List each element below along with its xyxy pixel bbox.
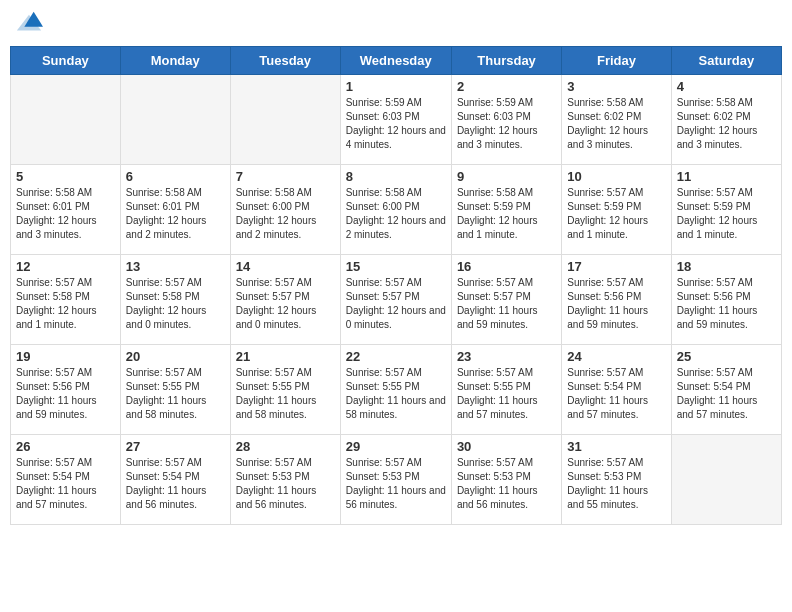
- day-info: Sunrise: 5:57 AM Sunset: 5:58 PM Dayligh…: [16, 276, 115, 332]
- week-row-5: 26Sunrise: 5:57 AM Sunset: 5:54 PM Dayli…: [11, 435, 782, 525]
- day-info: Sunrise: 5:57 AM Sunset: 5:55 PM Dayligh…: [346, 366, 446, 422]
- day-info: Sunrise: 5:57 AM Sunset: 5:59 PM Dayligh…: [677, 186, 776, 242]
- day-info: Sunrise: 5:58 AM Sunset: 6:02 PM Dayligh…: [677, 96, 776, 152]
- calendar-cell: 1Sunrise: 5:59 AM Sunset: 6:03 PM Daylig…: [340, 75, 451, 165]
- day-number: 25: [677, 349, 776, 364]
- day-info: Sunrise: 5:57 AM Sunset: 5:53 PM Dayligh…: [457, 456, 556, 512]
- logo-icon: [15, 10, 43, 38]
- day-info: Sunrise: 5:57 AM Sunset: 5:53 PM Dayligh…: [346, 456, 446, 512]
- week-row-3: 12Sunrise: 5:57 AM Sunset: 5:58 PM Dayli…: [11, 255, 782, 345]
- day-info: Sunrise: 5:58 AM Sunset: 5:59 PM Dayligh…: [457, 186, 556, 242]
- day-number: 22: [346, 349, 446, 364]
- day-number: 24: [567, 349, 665, 364]
- day-info: Sunrise: 5:57 AM Sunset: 5:57 PM Dayligh…: [457, 276, 556, 332]
- day-number: 12: [16, 259, 115, 274]
- day-info: Sunrise: 5:57 AM Sunset: 5:57 PM Dayligh…: [236, 276, 335, 332]
- calendar-cell: 24Sunrise: 5:57 AM Sunset: 5:54 PM Dayli…: [562, 345, 671, 435]
- calendar-cell: [120, 75, 230, 165]
- calendar-cell: 28Sunrise: 5:57 AM Sunset: 5:53 PM Dayli…: [230, 435, 340, 525]
- day-info: Sunrise: 5:58 AM Sunset: 6:01 PM Dayligh…: [16, 186, 115, 242]
- calendar-cell: 5Sunrise: 5:58 AM Sunset: 6:01 PM Daylig…: [11, 165, 121, 255]
- week-row-1: 1Sunrise: 5:59 AM Sunset: 6:03 PM Daylig…: [11, 75, 782, 165]
- calendar-cell: 26Sunrise: 5:57 AM Sunset: 5:54 PM Dayli…: [11, 435, 121, 525]
- day-info: Sunrise: 5:57 AM Sunset: 5:55 PM Dayligh…: [126, 366, 225, 422]
- day-number: 10: [567, 169, 665, 184]
- day-info: Sunrise: 5:57 AM Sunset: 5:56 PM Dayligh…: [677, 276, 776, 332]
- day-number: 8: [346, 169, 446, 184]
- calendar-cell: 27Sunrise: 5:57 AM Sunset: 5:54 PM Dayli…: [120, 435, 230, 525]
- calendar-cell: 23Sunrise: 5:57 AM Sunset: 5:55 PM Dayli…: [451, 345, 561, 435]
- day-info: Sunrise: 5:57 AM Sunset: 5:53 PM Dayligh…: [567, 456, 665, 512]
- day-number: 6: [126, 169, 225, 184]
- day-info: Sunrise: 5:58 AM Sunset: 6:00 PM Dayligh…: [236, 186, 335, 242]
- day-info: Sunrise: 5:57 AM Sunset: 5:59 PM Dayligh…: [567, 186, 665, 242]
- calendar-cell: 21Sunrise: 5:57 AM Sunset: 5:55 PM Dayli…: [230, 345, 340, 435]
- calendar-cell: 11Sunrise: 5:57 AM Sunset: 5:59 PM Dayli…: [671, 165, 781, 255]
- day-info: Sunrise: 5:57 AM Sunset: 5:56 PM Dayligh…: [16, 366, 115, 422]
- day-number: 18: [677, 259, 776, 274]
- day-number: 26: [16, 439, 115, 454]
- calendar-cell: 10Sunrise: 5:57 AM Sunset: 5:59 PM Dayli…: [562, 165, 671, 255]
- day-number: 1: [346, 79, 446, 94]
- calendar-cell: 6Sunrise: 5:58 AM Sunset: 6:01 PM Daylig…: [120, 165, 230, 255]
- day-number: 11: [677, 169, 776, 184]
- day-info: Sunrise: 5:57 AM Sunset: 5:54 PM Dayligh…: [677, 366, 776, 422]
- day-info: Sunrise: 5:58 AM Sunset: 6:01 PM Dayligh…: [126, 186, 225, 242]
- calendar-cell: 4Sunrise: 5:58 AM Sunset: 6:02 PM Daylig…: [671, 75, 781, 165]
- day-number: 30: [457, 439, 556, 454]
- calendar-table: SundayMondayTuesdayWednesdayThursdayFrid…: [10, 46, 782, 525]
- calendar-cell: 19Sunrise: 5:57 AM Sunset: 5:56 PM Dayli…: [11, 345, 121, 435]
- calendar-header-row: SundayMondayTuesdayWednesdayThursdayFrid…: [11, 47, 782, 75]
- calendar-cell: 7Sunrise: 5:58 AM Sunset: 6:00 PM Daylig…: [230, 165, 340, 255]
- day-info: Sunrise: 5:57 AM Sunset: 5:55 PM Dayligh…: [236, 366, 335, 422]
- day-number: 16: [457, 259, 556, 274]
- day-number: 29: [346, 439, 446, 454]
- calendar-cell: 14Sunrise: 5:57 AM Sunset: 5:57 PM Dayli…: [230, 255, 340, 345]
- page-header: [10, 10, 782, 38]
- calendar-cell: 25Sunrise: 5:57 AM Sunset: 5:54 PM Dayli…: [671, 345, 781, 435]
- day-number: 15: [346, 259, 446, 274]
- day-number: 23: [457, 349, 556, 364]
- calendar-cell: 9Sunrise: 5:58 AM Sunset: 5:59 PM Daylig…: [451, 165, 561, 255]
- day-info: Sunrise: 5:57 AM Sunset: 5:54 PM Dayligh…: [126, 456, 225, 512]
- day-number: 5: [16, 169, 115, 184]
- day-header-sunday: Sunday: [11, 47, 121, 75]
- day-info: Sunrise: 5:58 AM Sunset: 6:00 PM Dayligh…: [346, 186, 446, 242]
- day-info: Sunrise: 5:59 AM Sunset: 6:03 PM Dayligh…: [346, 96, 446, 152]
- calendar-cell: 3Sunrise: 5:58 AM Sunset: 6:02 PM Daylig…: [562, 75, 671, 165]
- calendar-cell: [230, 75, 340, 165]
- calendar-cell: 16Sunrise: 5:57 AM Sunset: 5:57 PM Dayli…: [451, 255, 561, 345]
- day-number: 17: [567, 259, 665, 274]
- calendar-cell: [11, 75, 121, 165]
- day-header-tuesday: Tuesday: [230, 47, 340, 75]
- day-header-friday: Friday: [562, 47, 671, 75]
- calendar-cell: 31Sunrise: 5:57 AM Sunset: 5:53 PM Dayli…: [562, 435, 671, 525]
- day-number: 9: [457, 169, 556, 184]
- day-info: Sunrise: 5:57 AM Sunset: 5:54 PM Dayligh…: [16, 456, 115, 512]
- week-row-2: 5Sunrise: 5:58 AM Sunset: 6:01 PM Daylig…: [11, 165, 782, 255]
- day-header-wednesday: Wednesday: [340, 47, 451, 75]
- day-header-thursday: Thursday: [451, 47, 561, 75]
- calendar-cell: 8Sunrise: 5:58 AM Sunset: 6:00 PM Daylig…: [340, 165, 451, 255]
- day-info: Sunrise: 5:58 AM Sunset: 6:02 PM Dayligh…: [567, 96, 665, 152]
- day-number: 13: [126, 259, 225, 274]
- calendar-cell: 20Sunrise: 5:57 AM Sunset: 5:55 PM Dayli…: [120, 345, 230, 435]
- calendar-cell: 15Sunrise: 5:57 AM Sunset: 5:57 PM Dayli…: [340, 255, 451, 345]
- day-info: Sunrise: 5:57 AM Sunset: 5:55 PM Dayligh…: [457, 366, 556, 422]
- day-number: 31: [567, 439, 665, 454]
- day-header-saturday: Saturday: [671, 47, 781, 75]
- day-number: 19: [16, 349, 115, 364]
- day-info: Sunrise: 5:57 AM Sunset: 5:58 PM Dayligh…: [126, 276, 225, 332]
- calendar-cell: 22Sunrise: 5:57 AM Sunset: 5:55 PM Dayli…: [340, 345, 451, 435]
- day-header-monday: Monday: [120, 47, 230, 75]
- calendar-cell: [671, 435, 781, 525]
- day-number: 20: [126, 349, 225, 364]
- day-number: 28: [236, 439, 335, 454]
- calendar-cell: 2Sunrise: 5:59 AM Sunset: 6:03 PM Daylig…: [451, 75, 561, 165]
- calendar-cell: 12Sunrise: 5:57 AM Sunset: 5:58 PM Dayli…: [11, 255, 121, 345]
- calendar-cell: 29Sunrise: 5:57 AM Sunset: 5:53 PM Dayli…: [340, 435, 451, 525]
- calendar-cell: 18Sunrise: 5:57 AM Sunset: 5:56 PM Dayli…: [671, 255, 781, 345]
- day-number: 4: [677, 79, 776, 94]
- day-number: 7: [236, 169, 335, 184]
- day-info: Sunrise: 5:57 AM Sunset: 5:56 PM Dayligh…: [567, 276, 665, 332]
